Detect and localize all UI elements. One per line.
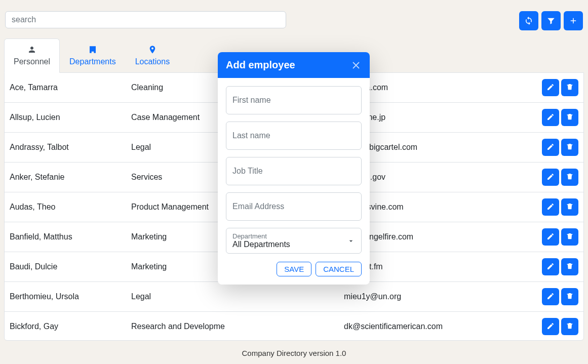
email-field[interactable]: Email Address [226, 192, 362, 221]
cell-name: Audas, Theo [10, 203, 131, 212]
cell-name: Berthomieu, Ursola [10, 292, 131, 301]
cell-email: vinaora.com [344, 83, 536, 92]
last-name-field[interactable]: Last name [226, 122, 362, 150]
trash-icon [566, 83, 574, 93]
refresh-button[interactable] [519, 11, 538, 30]
save-button[interactable]: SAVE [277, 262, 311, 276]
toolbar [519, 11, 583, 30]
delete-button[interactable] [561, 258, 578, 275]
tab-departments-label: Departments [69, 57, 116, 66]
cell-dept: Research and Developme [131, 322, 273, 331]
department-select[interactable]: Department All Departments [226, 228, 362, 254]
edit-button[interactable] [542, 139, 559, 156]
cell-name: Andrassy, Talbot [10, 143, 131, 152]
cell-name: Bickford, Gay [10, 322, 131, 331]
trash-icon [566, 173, 574, 182]
cell-email: dk@scientificamerican.com [344, 322, 536, 331]
cell-email: ld1i@angelfire.com [344, 232, 536, 241]
delete-button[interactable] [561, 109, 578, 126]
cell-name: Baudi, Dulcie [10, 262, 131, 271]
cell-dept: Legal [131, 292, 273, 301]
search-input[interactable] [5, 11, 286, 28]
plus-icon [569, 16, 578, 25]
cancel-button[interactable]: CANCEL [316, 262, 362, 276]
delete-button[interactable] [561, 139, 578, 156]
edit-button[interactable] [542, 169, 559, 186]
edit-button[interactable] [542, 228, 559, 246]
delete-button[interactable] [561, 169, 578, 186]
cell-name: Allsup, Lucien [10, 113, 131, 122]
modal-header: Add employee [218, 52, 370, 78]
add-button[interactable] [564, 11, 583, 30]
cell-email: @newsvine.com [344, 203, 536, 212]
building-icon [88, 45, 97, 54]
pencil-icon [546, 232, 555, 242]
first-name-field[interactable]: First name [226, 86, 362, 114]
cell-email: mieu1y@un.org [344, 292, 536, 301]
pencil-icon [546, 292, 555, 302]
trash-icon [566, 203, 574, 212]
cell-email: sy1n@bigcartel.com [344, 143, 536, 152]
trash-icon [566, 232, 574, 242]
pencil-icon [546, 113, 555, 123]
edit-button[interactable] [542, 198, 559, 216]
cell-email: o@hud.gov [344, 173, 536, 182]
delete-button[interactable] [561, 198, 578, 216]
tab-departments[interactable]: Departments [60, 38, 126, 73]
pencil-icon [546, 262, 555, 272]
edit-button[interactable] [542, 318, 559, 335]
department-select-label: Department [232, 232, 290, 240]
pencil-icon [546, 143, 555, 152]
pencil-icon [546, 203, 555, 212]
filter-button[interactable] [541, 11, 561, 30]
cell-name: Ace, Tamarra [10, 83, 131, 92]
cell-email: m@last.fm [344, 262, 536, 271]
map-icon [148, 45, 157, 54]
trash-icon [566, 143, 574, 152]
job-title-field[interactable]: Job Title [226, 157, 362, 185]
edit-button[interactable] [542, 288, 559, 305]
tab-personnel-label: Personnel [14, 57, 50, 66]
email-label: Email Address [232, 202, 355, 211]
edit-button[interactable] [542, 109, 559, 126]
tab-locations[interactable]: Locations [126, 38, 180, 73]
cell-email: @goo.ne.jp [344, 113, 536, 122]
edit-button[interactable] [542, 79, 559, 96]
pencil-icon [546, 83, 555, 93]
delete-button[interactable] [561, 79, 578, 96]
delete-button[interactable] [561, 228, 578, 246]
tab-personnel[interactable]: Personnel [4, 38, 60, 73]
department-select-value: All Departments [232, 240, 290, 249]
chevron-down-icon [347, 237, 355, 245]
delete-button[interactable] [561, 318, 578, 335]
job-title-label: Job Title [232, 167, 355, 176]
modal-title: Add employee [226, 59, 295, 71]
filter-icon [546, 16, 556, 25]
close-icon[interactable] [350, 60, 362, 71]
person-icon [27, 45, 36, 54]
table-row[interactable]: Bickford, GayResearch and Developmedk@sc… [5, 312, 583, 341]
footer-text: Company Directory version 1.0 [4, 349, 584, 357]
delete-button[interactable] [561, 288, 578, 305]
trash-icon [566, 262, 574, 272]
cell-name: Anker, Stefanie [10, 173, 131, 182]
trash-icon [566, 322, 574, 332]
trash-icon [566, 292, 574, 302]
pencil-icon [546, 322, 555, 332]
pencil-icon [546, 173, 555, 182]
add-employee-modal: Add employee First name Last name Job Ti… [218, 52, 370, 285]
edit-button[interactable] [542, 258, 559, 275]
trash-icon [566, 113, 574, 123]
first-name-label: First name [232, 96, 355, 105]
cell-name: Banfield, Matthus [10, 232, 131, 241]
table-row[interactable]: Berthomieu, UrsolaLegalmieu1y@un.org [5, 282, 583, 312]
tab-locations-label: Locations [135, 57, 170, 66]
refresh-icon [524, 16, 533, 25]
last-name-label: Last name [232, 131, 355, 140]
